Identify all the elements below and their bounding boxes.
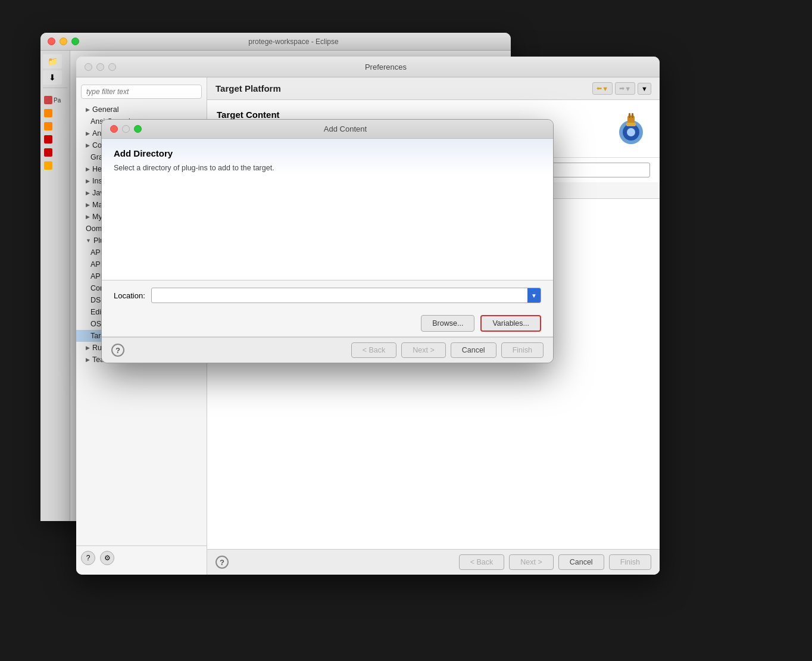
- filter-input[interactable]: [81, 85, 202, 99]
- nav-arrows: ⬅ ▼ ➡ ▼ ▼: [592, 82, 651, 95]
- dialog-section-desc: Select a directory of plug-ins to add to…: [114, 163, 541, 174]
- dialog-next-button[interactable]: Next >: [401, 342, 445, 358]
- dialog-btn-group: < Back Next > Cancel Finish: [351, 342, 544, 358]
- dialog-help-button[interactable]: ?: [111, 344, 124, 357]
- tree-arrow-team: ▶: [86, 357, 90, 363]
- tree-arrow-ant: ▶: [86, 130, 90, 136]
- location-combo[interactable]: ▼: [151, 288, 541, 303]
- eclipse-toolbar-open-icon[interactable]: 📁: [43, 54, 62, 68]
- back-arrow-button[interactable]: ⬅ ▼: [592, 82, 613, 95]
- main-header: Target Platform ⬅ ▼ ➡ ▼ ▼: [207, 77, 660, 100]
- pref-help-button[interactable]: ?: [216, 556, 229, 569]
- preferences-titlebar: Preferences: [76, 57, 660, 77]
- sidebar-bottom: ? ⚙: [76, 545, 207, 570]
- view-menu-button[interactable]: ▼: [638, 83, 651, 95]
- tree-arrow-help: ▶: [86, 166, 90, 172]
- variables-button[interactable]: Variables...: [480, 315, 541, 332]
- eclipse-toolbar: 📁 ⬇ Pa: [40, 51, 70, 521]
- svg-rect-6: [626, 123, 636, 126]
- dialog-section-title: Add Directory: [114, 148, 541, 158]
- help-button[interactable]: ?: [81, 551, 95, 565]
- target-icon: [612, 110, 650, 148]
- location-label: Location:: [114, 291, 145, 300]
- main-title: Target Platform: [216, 83, 281, 93]
- location-row: Location: ▼: [102, 280, 553, 310]
- eclipse-maximize-button[interactable]: [71, 38, 79, 45]
- dialog-finish-button[interactable]: Finish: [501, 342, 544, 358]
- browse-row: Browse... Variables...: [102, 310, 553, 336]
- sidebar-item-general[interactable]: ▶ General: [76, 104, 207, 116]
- tree-arrow-install: ▶: [86, 178, 90, 184]
- tree-arrow-maven: ▶: [86, 202, 90, 208]
- dialog-content-section: Add Directory Select a directory of plug…: [102, 139, 553, 280]
- dialog-close-button[interactable]: [110, 125, 118, 133]
- settings-button[interactable]: ⚙: [100, 551, 114, 565]
- tree-arrow-general: ▶: [86, 107, 90, 113]
- svg-rect-5: [632, 113, 633, 118]
- eclipse-panel-item-4: [43, 134, 67, 145]
- eclipse-panel-item-3: [43, 121, 67, 132]
- tree-arrow-java: ▶: [86, 190, 90, 196]
- pref-bottom-bar: ? < Back Next > Cancel Finish: [207, 549, 660, 575]
- forward-arrow-button[interactable]: ➡ ▼: [615, 82, 635, 95]
- eclipse-titlebar: protege-workspace - Eclipse: [40, 33, 511, 51]
- dialog-minimize-button[interactable]: [122, 125, 130, 133]
- eclipse-panel-item-5: [43, 147, 67, 158]
- preferences-title: Preferences: [120, 63, 651, 71]
- target-section-title: Target Content: [217, 110, 419, 120]
- dialog-body: Add Directory Select a directory of plug…: [102, 139, 553, 363]
- pref-next-button[interactable]: Next >: [509, 554, 553, 570]
- pref-back-button[interactable]: < Back: [459, 554, 505, 570]
- prefs-close-button[interactable]: [85, 63, 92, 71]
- eclipse-window-title: protege-workspace - Eclipse: [83, 38, 504, 46]
- tree-arrow-mylyn: ▶: [86, 214, 90, 220]
- eclipse-toolbar-download-icon[interactable]: ⬇: [43, 70, 62, 85]
- dialog-titlebar: Add Content: [102, 120, 553, 139]
- add-content-dialog: Add Content Add Directory Select a direc…: [101, 119, 554, 363]
- dialog-cancel-button[interactable]: Cancel: [451, 342, 496, 358]
- eclipse-panel-item-6: [43, 160, 67, 171]
- svg-point-2: [627, 128, 635, 136]
- tree-arrow-plugin: ▼: [86, 238, 91, 244]
- eclipse-minimize-button[interactable]: [60, 38, 67, 45]
- svg-rect-4: [629, 113, 630, 118]
- pref-finish-button[interactable]: Finish: [609, 554, 651, 570]
- tree-arrow-run: ▶: [86, 345, 90, 351]
- dialog-bottom: ? < Back Next > Cancel Finish: [102, 337, 553, 363]
- prefs-maximize-button[interactable]: [108, 63, 116, 71]
- location-combo-dropdown[interactable]: ▼: [527, 288, 541, 303]
- dialog-title: Add Content: [146, 124, 545, 133]
- prefs-minimize-button[interactable]: [96, 63, 104, 71]
- tree-arrow-code: ▶: [86, 142, 90, 148]
- eclipse-panel-item-2: [43, 108, 67, 119]
- pref-cancel-button[interactable]: Cancel: [558, 554, 604, 570]
- eclipse-panel-item-1: Pa: [43, 95, 67, 105]
- pref-btn-group: < Back Next > Cancel Finish: [459, 554, 651, 570]
- browse-button[interactable]: Browse...: [421, 315, 474, 332]
- eclipse-close-button[interactable]: [48, 38, 55, 45]
- dialog-maximize-button[interactable]: [134, 125, 142, 133]
- dialog-back-button[interactable]: < Back: [351, 342, 397, 358]
